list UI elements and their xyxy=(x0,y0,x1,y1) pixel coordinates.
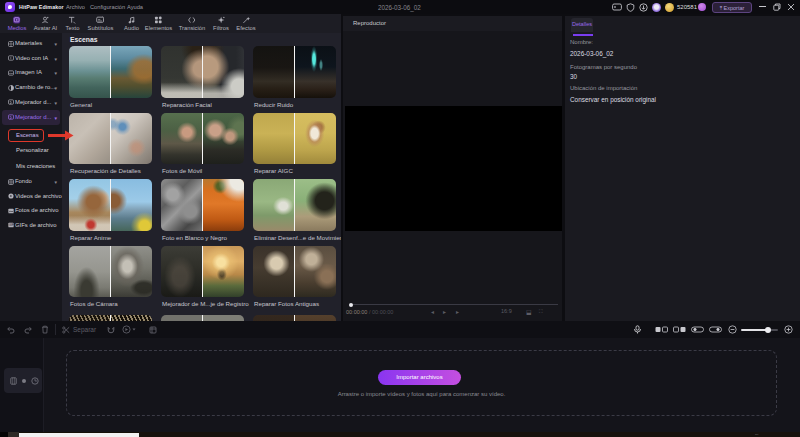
svg-text:GIF: GIF xyxy=(9,223,14,227)
